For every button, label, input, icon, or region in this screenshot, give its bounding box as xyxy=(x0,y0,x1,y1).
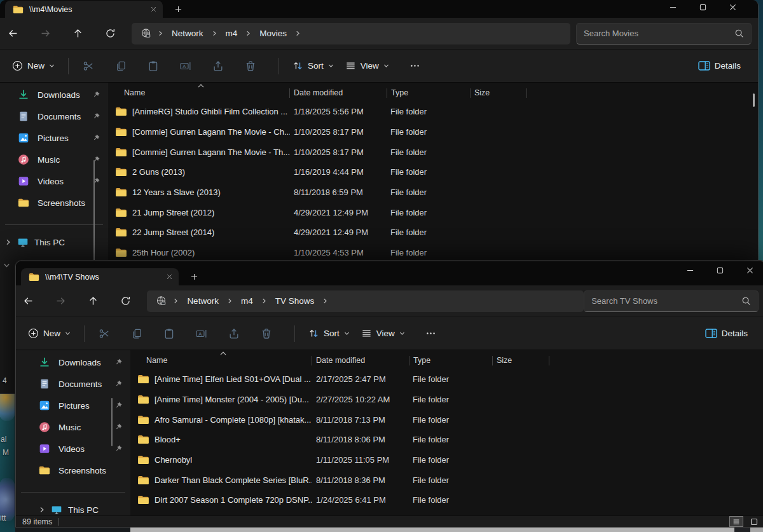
sidebar-item[interactable]: Screenshots xyxy=(16,460,130,481)
rename-button[interactable]: A xyxy=(189,322,213,345)
file-row[interactable]: [Anime Time] Elfen Lied S01+OVA [Dual ..… xyxy=(130,369,763,390)
breadcrumb-item[interactable]: Network xyxy=(181,293,224,309)
column-header-type[interactable]: Type xyxy=(387,88,470,97)
share-button[interactable] xyxy=(206,55,230,78)
tab-close-button[interactable] xyxy=(148,4,159,15)
rename-button[interactable]: A xyxy=(174,55,197,78)
new-button[interactable]: New xyxy=(6,55,60,76)
file-row[interactable]: Afro Samurai - Complete [1080p] [khatak.… xyxy=(130,409,763,430)
chevron-right-icon[interactable] xyxy=(173,298,179,304)
file-list-scrollbar[interactable] xyxy=(753,93,755,107)
column-header-size[interactable]: Size xyxy=(471,88,526,97)
breadcrumb-item[interactable]: Movies xyxy=(254,25,292,41)
column-header-name[interactable]: Name xyxy=(108,88,289,97)
chevron-right-icon[interactable] xyxy=(39,507,45,513)
file-row[interactable]: Chernobyl 1/11/2025 11:05 PM File folder xyxy=(130,450,763,470)
cut-button[interactable] xyxy=(92,322,116,345)
address-bar[interactable]: Network m4 Movies xyxy=(132,23,570,44)
file-row[interactable]: 25th Hour (2002) 1/10/2025 4:53 PM File … xyxy=(108,243,758,263)
sidebar-item[interactable]: Documents xyxy=(16,373,130,395)
sidebar-item[interactable]: Documents xyxy=(0,106,108,127)
sidebar-item[interactable]: Pictures xyxy=(16,395,130,416)
new-button[interactable]: New xyxy=(22,323,76,344)
sidebar-scrollbar[interactable] xyxy=(111,398,113,446)
more-options-button[interactable] xyxy=(420,323,442,344)
delete-button[interactable] xyxy=(238,55,262,78)
sidebar-item[interactable]: Music xyxy=(0,149,108,170)
search-input[interactable] xyxy=(584,29,734,38)
sidebar-item[interactable]: Screenshots xyxy=(0,192,108,214)
file-row[interactable]: 2 Guns (2013) 1/16/2019 4:44 PM File fol… xyxy=(108,162,758,182)
tab-tv-shows[interactable]: \\m4\TV Shows xyxy=(21,268,179,285)
file-row[interactable]: Darker Than Black Complete Series [BluR.… xyxy=(130,470,763,490)
breadcrumb-item[interactable]: TV Shows xyxy=(270,293,320,309)
minimize-button[interactable] xyxy=(658,0,688,14)
breadcrumb-item[interactable]: m4 xyxy=(220,25,244,41)
chevron-right-icon[interactable] xyxy=(245,31,251,36)
back-button[interactable] xyxy=(2,23,24,44)
tab-movies[interactable]: \\m4\Movies xyxy=(5,1,163,18)
up-button[interactable] xyxy=(67,23,88,44)
details-view-toggle[interactable] xyxy=(729,516,743,527)
details-toggle-button[interactable]: Details xyxy=(699,324,753,343)
column-divider[interactable] xyxy=(526,88,527,98)
cut-button[interactable] xyxy=(76,55,100,78)
sort-button[interactable]: Sort xyxy=(303,323,355,344)
close-button[interactable] xyxy=(735,261,763,279)
refresh-button[interactable] xyxy=(115,290,137,312)
view-button[interactable]: View xyxy=(355,323,411,344)
new-tab-button[interactable] xyxy=(173,4,183,14)
maximize-button[interactable] xyxy=(705,261,735,279)
chevron-right-icon[interactable] xyxy=(5,239,11,245)
paste-button[interactable] xyxy=(141,55,165,78)
file-row[interactable]: 21 Jump Street (2012) 4/29/2021 12:49 PM… xyxy=(108,202,758,222)
chevron-right-icon[interactable] xyxy=(158,31,163,36)
refresh-button[interactable] xyxy=(99,23,121,44)
chevron-right-icon[interactable] xyxy=(212,31,217,36)
maximize-button[interactable] xyxy=(688,0,718,14)
chevron-right-icon[interactable] xyxy=(295,31,301,36)
search-box[interactable] xyxy=(576,23,752,44)
column-header-type[interactable]: Type xyxy=(409,356,492,365)
file-row[interactable]: 12 Years a Slave (2013) 8/11/2018 6:59 P… xyxy=(108,182,758,203)
thumbnail-view-toggle[interactable] xyxy=(747,516,761,527)
sidebar-item[interactable]: Downloads xyxy=(16,351,130,373)
chevron-right-icon[interactable] xyxy=(322,298,328,304)
column-divider[interactable] xyxy=(549,356,549,365)
file-row[interactable]: [Commie] Gurren Lagann The Movie - Ch...… xyxy=(108,122,758,142)
file-row[interactable]: Dirt 2007 Season 1 Complete 720p DSNP...… xyxy=(130,490,763,510)
sidebar-item[interactable]: Videos xyxy=(0,170,108,192)
copy-button[interactable] xyxy=(125,322,148,345)
column-header-size[interactable]: Size xyxy=(493,356,549,365)
delete-button[interactable] xyxy=(254,322,278,345)
chevron-right-icon[interactable] xyxy=(227,298,233,304)
paste-button[interactable] xyxy=(157,322,181,345)
column-header-name[interactable]: Name xyxy=(130,356,312,365)
file-row[interactable]: Blood+ 8/11/2018 8:06 PM File folder xyxy=(130,430,763,450)
file-row[interactable]: [AnimeRG] Studio Ghibli Film Collection … xyxy=(108,102,758,122)
column-header-date-modified[interactable]: Date modified xyxy=(290,88,387,97)
sidebar-scrollbar[interactable] xyxy=(93,160,95,269)
tab-close-button[interactable] xyxy=(163,271,175,283)
sidebar-item[interactable]: Videos xyxy=(16,438,130,460)
close-button[interactable] xyxy=(718,0,748,14)
forward-button[interactable] xyxy=(50,290,72,312)
sidebar-item[interactable]: Pictures xyxy=(0,127,108,149)
more-options-button[interactable] xyxy=(404,55,426,76)
file-row[interactable]: 22 Jump Street (2014) 4/29/2021 12:49 PM… xyxy=(108,222,758,243)
view-button[interactable]: View xyxy=(340,55,395,76)
breadcrumb-item[interactable]: Network xyxy=(166,25,209,41)
sidebar-item[interactable]: Music xyxy=(16,416,130,438)
column-header-date-modified[interactable]: Date modified xyxy=(312,356,409,365)
breadcrumb-item[interactable]: m4 xyxy=(235,293,259,309)
share-button[interactable] xyxy=(222,322,245,345)
forward-button[interactable] xyxy=(34,23,56,44)
back-button[interactable] xyxy=(18,290,39,312)
sidebar-item-this-pc[interactable]: This PC xyxy=(0,231,108,253)
file-row[interactable]: [Anime Time] Monster (2004 - 2005) [Du..… xyxy=(130,390,763,410)
chevron-right-icon[interactable] xyxy=(261,298,267,304)
minimize-button[interactable] xyxy=(675,261,705,279)
address-bar[interactable]: Network m4 TV Shows xyxy=(147,290,584,312)
sort-button[interactable]: Sort xyxy=(287,55,340,76)
copy-button[interactable] xyxy=(109,55,132,78)
